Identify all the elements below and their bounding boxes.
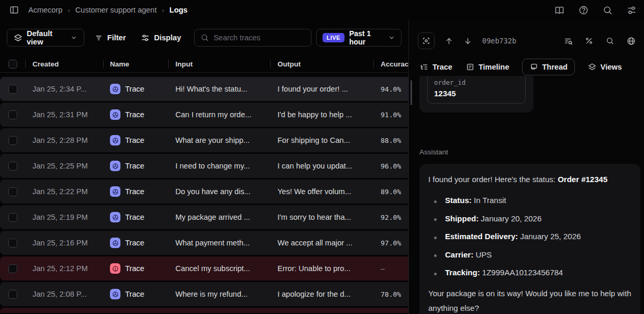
table-header-row: Created Name Input Output Accuracy (0, 55, 409, 73)
breadcrumb-org[interactable]: Acmecorp (28, 6, 62, 14)
table-row-partial[interactable] (0, 308, 409, 313)
row-checkbox[interactable] (8, 136, 17, 145)
row-output: For shipping to Can... (270, 136, 373, 144)
view-selector-button[interactable]: Default view (7, 29, 84, 47)
assistant-intro-bold: Order #12345 (558, 175, 607, 184)
column-header-output[interactable]: Output (270, 55, 373, 72)
row-output: I'm sorry to hear tha... (270, 213, 373, 221)
row-created: Jan 25, 2:25 PM (25, 162, 103, 170)
row-accuracy: 89.0% (373, 188, 409, 196)
bullet-value: In Transit (474, 196, 506, 205)
row-created: Jan 25, 2:12 PM (25, 264, 103, 273)
row-accuracy: 96.0% (373, 162, 409, 170)
row-checkbox[interactable] (8, 239, 17, 248)
row-checkbox[interactable] (8, 264, 17, 273)
assistant-bullets: Status: In Transit Shipped: January 20, … (428, 193, 631, 283)
column-header-name[interactable]: Name (103, 55, 168, 72)
row-accuracy: 88.0% (373, 137, 409, 144)
bullet-value: January 20, 2026 (481, 214, 541, 223)
argument-box: order_id 12345 (427, 76, 526, 104)
row-output: I can help you updat... (270, 162, 373, 170)
row-trace-label: Trace (125, 213, 145, 221)
time-range-button[interactable]: LIVE Past 1 hour (316, 29, 402, 47)
bullet-dot-icon (434, 200, 437, 203)
display-sliders-icon (141, 33, 150, 42)
bullet-value: UPS (475, 250, 492, 259)
row-accuracy: 92.0% (373, 214, 409, 221)
trace-icon (110, 161, 120, 171)
expand-icon[interactable] (418, 32, 435, 49)
table-row[interactable]: Jan 25, 2:16 PM Trace What payment meth.… (0, 231, 409, 255)
row-accuracy: 78.0% (373, 290, 409, 298)
row-checkbox[interactable] (8, 110, 17, 119)
display-button[interactable]: Display (136, 29, 186, 47)
search-icon[interactable] (603, 5, 613, 15)
table-row[interactable]: Jan 25, 2:28 PM Trace What are your ship… (0, 128, 409, 152)
trace-icon (110, 109, 120, 120)
row-input: Can I return my orde... (168, 110, 270, 119)
sidebar-toggle-icon[interactable] (7, 3, 21, 17)
tab-thread[interactable]: Thread (522, 59, 574, 75)
table-row[interactable]: Jan 25, 2:31 PM Trace Can I return my or… (0, 103, 409, 127)
layers-icon (14, 33, 23, 42)
column-header-accuracy[interactable]: Accuracy (373, 55, 409, 72)
arrow-down-icon[interactable] (463, 37, 472, 46)
bullet-label: Estimated Delivery: (445, 232, 518, 241)
row-output: I'd be happy to help ... (270, 110, 373, 119)
argument-key: order_id (434, 78, 519, 86)
row-output: I apologize for the d... (270, 290, 373, 298)
filter-button[interactable]: Filter (89, 29, 131, 47)
row-trace-label: Trace (125, 264, 145, 273)
tab-trace[interactable]: Trace (419, 59, 453, 75)
table-row[interactable]: Jan 25, 2:19 PM Trace My package arrived… (0, 205, 409, 229)
filter-label: Filter (107, 33, 126, 42)
row-checkbox[interactable] (8, 290, 17, 299)
bullet-label: Shipped: (445, 214, 479, 223)
trace-id: 09eb732b (482, 37, 516, 45)
table-row[interactable]: Jan 25, 2:25 PM Trace I need to change m… (0, 154, 409, 178)
row-checkbox[interactable] (8, 187, 17, 196)
breadcrumb-separator: › (162, 6, 164, 14)
assistant-outro: Your package is on its way! Would you li… (428, 286, 631, 314)
docs-book-icon[interactable] (554, 5, 564, 15)
row-checkbox[interactable] (8, 213, 17, 222)
view-selector-label: Default view (27, 29, 66, 46)
globe-icon[interactable] (627, 37, 636, 46)
list-search-icon[interactable] (564, 37, 573, 46)
help-icon[interactable] (579, 5, 589, 15)
table-row[interactable]: Jan 25, 2:22 PM Trace Do you have any di… (0, 180, 409, 204)
table-row[interactable]: Jan 25, 2:12 PM Trace Cancel my subscrip… (0, 256, 409, 281)
chevron-down-icon (388, 34, 395, 41)
row-checkbox[interactable] (8, 85, 17, 94)
row-created: Jan 25, 2:28 PM (25, 136, 103, 144)
breadcrumb-project[interactable]: Customer support agent (75, 6, 157, 14)
logs-table-region: Default view Filter Display LIVE Past (0, 20, 409, 314)
column-header-input[interactable]: Input (168, 55, 270, 72)
tab-timeline-label: Timeline (479, 63, 509, 71)
row-input: I need to change my... (168, 162, 270, 170)
table-row[interactable]: Jan 25, 2:34 P... Trace Hi! What's the s… (0, 77, 409, 101)
breadcrumb-separator: › (68, 6, 70, 14)
bullet-dot-icon (434, 254, 437, 257)
tab-views[interactable]: Views (587, 59, 623, 75)
row-checkbox[interactable] (8, 162, 17, 171)
tab-timeline[interactable]: Timeline (465, 59, 510, 75)
layers-icon (588, 63, 596, 71)
breadcrumb-current-page: Logs (170, 6, 188, 14)
panel-scrollbar[interactable] (410, 80, 412, 105)
column-header-created[interactable]: Created (25, 55, 103, 72)
arrow-up-icon[interactable] (445, 37, 453, 46)
row-input: My package arrived ... (168, 213, 270, 221)
trace-table-body: Jan 25, 2:34 P... Trace Hi! What's the s… (0, 77, 408, 313)
select-all-checkbox[interactable] (8, 60, 17, 69)
row-accuracy: 97.0% (373, 239, 409, 247)
percent-icon[interactable] (585, 37, 594, 46)
assistant-bullet-item: Estimated Delivery: January 25, 2026 (428, 229, 631, 247)
bullet-label: Status: (445, 196, 472, 205)
search-traces-input[interactable] (214, 33, 305, 42)
search-icon[interactable] (606, 37, 615, 46)
message-role-label: Assistant (419, 148, 448, 156)
table-row[interactable]: Jan 25, 2:08 P... Trace Where is my refu… (0, 282, 409, 306)
top-navigation-bar: Acmecorp › Customer support agent › Logs (0, 0, 644, 20)
settings-sliders-icon[interactable] (627, 5, 637, 15)
